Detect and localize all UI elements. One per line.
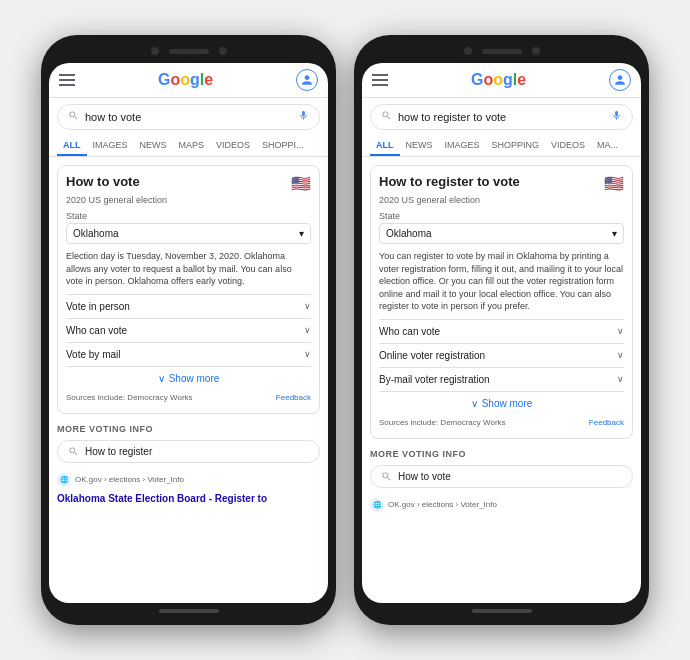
- avatar-1[interactable]: [296, 69, 318, 91]
- phone-1: Google how to vote ALL IMAGES: [41, 35, 336, 625]
- expandable-row-2-2[interactable]: By-mail voter registration ∨: [379, 367, 624, 391]
- phone-top-bar-1: [49, 47, 328, 63]
- state-dropdown-2[interactable]: Oklahoma ▾: [379, 223, 624, 244]
- camera-dot-3: [464, 47, 472, 55]
- tab-videos-2[interactable]: VIDEOS: [545, 136, 591, 156]
- expandable-label-2-2: By-mail voter registration: [379, 374, 490, 385]
- camera-dot-1: [151, 47, 159, 55]
- expandable-row-1-0[interactable]: Vote in person ∨: [66, 294, 311, 318]
- sources-text-1: Sources include: Democracy Works: [66, 393, 193, 402]
- google-logo-1: Google: [158, 71, 213, 89]
- feedback-text-1[interactable]: Feedback: [276, 393, 311, 402]
- mic-icon-2[interactable]: [611, 110, 622, 124]
- tab-images-2[interactable]: IMAGES: [439, 136, 486, 156]
- tab-videos-1[interactable]: VIDEOS: [210, 136, 256, 156]
- show-more-label-1: Show more: [169, 373, 220, 384]
- state-label-2: State: [379, 211, 624, 221]
- ok-gov-row-1: 🌐 OK.gov › elections › Voter_Info: [57, 473, 320, 487]
- card-subtitle-1: 2020 US general election: [66, 195, 311, 205]
- info-card-2: How to register to vote 🇺🇸 2020 US gener…: [370, 165, 633, 439]
- expandable-row-1-2[interactable]: Vote by mail ∨: [66, 342, 311, 366]
- related-search-2[interactable]: How to vote: [370, 465, 633, 488]
- card-title-row-1: How to vote 🇺🇸: [66, 174, 311, 193]
- ok-gov-text-2: OK.gov › elections › Voter_Info: [388, 500, 497, 509]
- more-voting-label-2: MORE VOTING INFO: [370, 449, 633, 459]
- camera-dot-4: [532, 47, 540, 55]
- tab-all-1[interactable]: ALL: [57, 136, 87, 156]
- ok-link-1[interactable]: Oklahoma State Election Board - Register…: [57, 493, 320, 504]
- related-search-icon-2: [381, 471, 392, 482]
- expandable-label-2-0: Who can vote: [379, 326, 440, 337]
- search-icon-2: [381, 110, 392, 124]
- tab-shopping-2[interactable]: SHOPPING: [486, 136, 546, 156]
- sources-text-2: Sources include: Democracy Works: [379, 418, 506, 427]
- tab-all-2[interactable]: ALL: [370, 136, 400, 156]
- chevron-1-0: ∨: [304, 301, 311, 311]
- google-header-2: Google: [362, 63, 641, 98]
- card-body-text-1: Election day is Tuesday, November 3, 202…: [66, 250, 311, 288]
- screen-1: Google how to vote ALL IMAGES: [49, 63, 328, 603]
- ok-gov-text-1: OK.gov › elections › Voter_Info: [75, 475, 184, 484]
- state-value-1: Oklahoma: [73, 228, 119, 239]
- mic-icon-1[interactable]: [298, 110, 309, 124]
- tab-more-1[interactable]: SHOPPI...: [256, 136, 310, 156]
- more-voting-label-1: MORE VOTING INFO: [57, 424, 320, 434]
- flag-1: 🇺🇸: [291, 174, 311, 193]
- tab-news-2[interactable]: NEWS: [400, 136, 439, 156]
- ok-gov-row-2: 🌐 OK.gov › elections › Voter_Info: [370, 498, 633, 512]
- card-title-row-2: How to register to vote 🇺🇸: [379, 174, 624, 193]
- phone-top-bar-2: [362, 47, 641, 63]
- sources-row-1: Sources include: Democracy Works Feedbac…: [66, 390, 311, 405]
- state-label-1: State: [66, 211, 311, 221]
- expandable-label-1-2: Vote by mail: [66, 349, 120, 360]
- related-search-text-2: How to vote: [398, 471, 451, 482]
- chevron-1-1: ∨: [304, 325, 311, 335]
- tab-news-1[interactable]: NEWS: [134, 136, 173, 156]
- related-search-1[interactable]: How to register: [57, 440, 320, 463]
- info-card-1: How to vote 🇺🇸 2020 US general election …: [57, 165, 320, 414]
- tab-more-2[interactable]: MA...: [591, 136, 624, 156]
- feedback-text-2[interactable]: Feedback: [589, 418, 624, 427]
- search-icon-1: [68, 110, 79, 124]
- sources-row-2: Sources include: Democracy Works Feedbac…: [379, 415, 624, 430]
- tabs-row-1: ALL IMAGES NEWS MAPS VIDEOS SHOPPI...: [49, 136, 328, 157]
- phone-bottom-1: [159, 609, 219, 613]
- screen-2: Google how to register to vote ALL NEW: [362, 63, 641, 603]
- phone-bottom-2: [472, 609, 532, 613]
- expandable-row-2-0[interactable]: Who can vote ∨: [379, 319, 624, 343]
- chevron-2-2: ∨: [617, 374, 624, 384]
- search-text-2: how to register to vote: [398, 111, 605, 123]
- related-search-icon-1: [68, 446, 79, 457]
- related-search-text-1: How to register: [85, 446, 152, 457]
- card-body-text-2: You can register to vote by mail in Okla…: [379, 250, 624, 313]
- expandable-row-1-1[interactable]: Who can vote ∨: [66, 318, 311, 342]
- google-header-1: Google: [49, 63, 328, 98]
- dropdown-chevron-2: ▾: [612, 228, 617, 239]
- state-dropdown-1[interactable]: Oklahoma ▾: [66, 223, 311, 244]
- hamburger-menu-2[interactable]: [372, 74, 388, 86]
- card-title-1: How to vote: [66, 174, 140, 189]
- chevron-1-2: ∨: [304, 349, 311, 359]
- avatar-2[interactable]: [609, 69, 631, 91]
- speaker-1: [169, 49, 209, 54]
- show-more-2[interactable]: ∨ Show more: [379, 391, 624, 415]
- hamburger-menu-1[interactable]: [59, 74, 75, 86]
- content-area-2: How to register to vote 🇺🇸 2020 US gener…: [362, 157, 641, 603]
- show-more-1[interactable]: ∨ Show more: [66, 366, 311, 390]
- ok-gov-icon-1: 🌐: [57, 473, 71, 487]
- search-text-1: how to vote: [85, 111, 292, 123]
- expandable-label-2-1: Online voter registration: [379, 350, 485, 361]
- content-area-1: How to vote 🇺🇸 2020 US general election …: [49, 157, 328, 603]
- tabs-row-2: ALL NEWS IMAGES SHOPPING VIDEOS MA...: [362, 136, 641, 157]
- tab-maps-1[interactable]: MAPS: [173, 136, 211, 156]
- tab-images-1[interactable]: IMAGES: [87, 136, 134, 156]
- ok-gov-icon-2: 🌐: [370, 498, 384, 512]
- speaker-2: [482, 49, 522, 54]
- expandable-row-2-1[interactable]: Online voter registration ∨: [379, 343, 624, 367]
- show-more-chevron-1: ∨: [158, 373, 165, 384]
- search-bar-1[interactable]: how to vote: [57, 104, 320, 130]
- expandable-label-1-1: Who can vote: [66, 325, 127, 336]
- search-bar-2[interactable]: how to register to vote: [370, 104, 633, 130]
- show-more-chevron-2: ∨: [471, 398, 478, 409]
- state-value-2: Oklahoma: [386, 228, 432, 239]
